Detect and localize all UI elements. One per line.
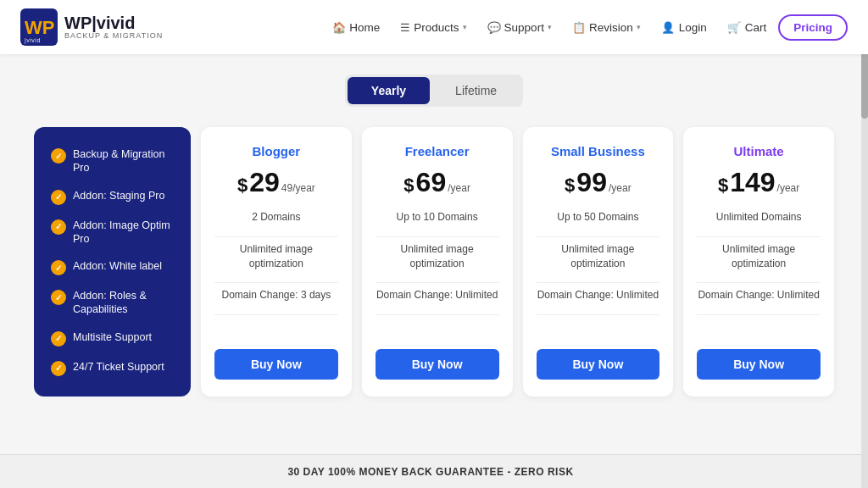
list-item: Addon: Image Optim Pro (51, 219, 174, 247)
plan-feature: Up to 10 Domains (397, 210, 478, 225)
list-item: Multisite Support (51, 330, 174, 347)
logo[interactable]: WP |vivid WP|vivid BACKUP & MIGRATION (20, 8, 163, 46)
plan-price-freelancer: $ 69 /year (403, 167, 470, 198)
logo-icon: WP |vivid (20, 8, 58, 46)
features-sidebar: Backup & Migration Pro Addon: Staging Pr… (34, 127, 191, 396)
divider (537, 314, 660, 315)
check-icon (51, 219, 66, 235)
price-period: 49/year (281, 182, 315, 194)
guarantee-text: 30 DAY 100% MONEY BACK GUARANTEE - ZERO … (287, 466, 573, 478)
divider (697, 314, 821, 315)
plan-price-small-business: $ 99 /year (565, 167, 632, 198)
price-amount: 69 (416, 167, 447, 198)
plan-price-blogger: $ 29 49/year (237, 167, 315, 198)
home-icon: 🏠 (332, 21, 346, 34)
scrollbar[interactable] (861, 0, 868, 488)
plan-feature: Unlimited image optimization (214, 242, 338, 271)
toggle-group: Yearly Lifetime (345, 75, 523, 107)
buy-now-blogger[interactable]: Buy Now (214, 349, 338, 380)
nav-support[interactable]: 💬 Support ▾ (479, 16, 560, 39)
plan-feature: Domain Change: 3 days (222, 288, 331, 302)
plan-name-small-business: Small Business (551, 144, 645, 158)
plan-name-blogger: Blogger (253, 144, 301, 158)
price-period: /year (777, 182, 800, 194)
pricing-button[interactable]: Pricing (778, 14, 848, 41)
divider (214, 314, 338, 315)
nav-products[interactable]: ☰ Products ▾ (392, 16, 475, 39)
buy-now-freelancer[interactable]: Buy Now (376, 349, 499, 380)
price-amount: 99 (576, 167, 607, 198)
nav-cart[interactable]: 🛒 Cart (719, 16, 776, 39)
price-dollar: $ (237, 175, 248, 197)
plan-feature: Up to 50 Domains (557, 210, 638, 225)
divider (376, 282, 499, 283)
chevron-down-icon: ▾ (637, 23, 641, 31)
buy-now-small-business[interactable]: Buy Now (537, 349, 660, 380)
lifetime-toggle[interactable]: Lifetime (431, 77, 520, 104)
user-icon: 👤 (661, 21, 675, 34)
check-icon (51, 260, 66, 275)
scrollbar-thumb[interactable] (861, 51, 868, 119)
plan-feature: 2 Domains (252, 210, 300, 225)
revision-icon: 📋 (572, 21, 586, 34)
list-item: Addon: Staging Pro (51, 189, 174, 205)
list-item: Addon: White label (51, 259, 174, 275)
divider (537, 282, 660, 283)
buy-now-ultimate[interactable]: Buy Now (697, 349, 821, 380)
chevron-down-icon: ▾ (463, 23, 467, 31)
navbar: WP |vivid WP|vivid BACKUP & MIGRATION 🏠 … (0, 0, 868, 54)
divider (697, 282, 821, 283)
plan-ultimate: Ultimate $ 149 /year Unlimited Domains U… (683, 127, 834, 396)
plan-freelancer: Freelancer $ 69 /year Up to 10 Domains U… (362, 127, 513, 396)
price-amount: 149 (730, 167, 775, 198)
chevron-down-icon: ▾ (548, 23, 552, 31)
support-icon: 💬 (487, 21, 501, 34)
plan-blogger: Blogger $ 29 49/year 2 Domains Unlimited… (201, 127, 352, 396)
price-dollar: $ (403, 175, 414, 197)
check-icon (51, 190, 66, 205)
plan-feature: Unlimited image optimization (376, 242, 499, 271)
list-item: Backup & Migration Pro (51, 147, 174, 175)
list-item: Addon: Roles & Capabilities (51, 289, 174, 317)
divider (214, 282, 338, 283)
plan-feature: Domain Change: Unlimited (376, 288, 498, 302)
price-dollar: $ (565, 175, 575, 197)
products-icon: ☰ (400, 21, 410, 34)
plan-feature: Unlimited image optimization (537, 242, 660, 271)
nav-login[interactable]: 👤 Login (653, 16, 715, 39)
check-icon (51, 148, 66, 164)
plan-price-ultimate: $ 149 /year (718, 167, 799, 198)
cart-icon: 🛒 (727, 21, 741, 34)
divider (376, 236, 499, 237)
plan-small-business: Small Business $ 99 /year Up to 50 Domai… (523, 127, 674, 396)
plan-feature: Unlimited image optimization (697, 242, 821, 271)
plan-name-freelancer: Freelancer (405, 144, 470, 158)
nav-revision[interactable]: 📋 Revision ▾ (564, 16, 649, 39)
logo-brand: WP|vivid (64, 14, 163, 32)
svg-text:|vivid: |vivid (25, 37, 41, 44)
price-amount: 29 (249, 167, 280, 198)
divider (697, 236, 821, 237)
guarantee-bar: 30 DAY 100% MONEY BACK GUARANTEE - ZERO … (0, 454, 861, 488)
price-period: /year (609, 182, 632, 194)
divider (537, 236, 660, 237)
svg-text:WP: WP (25, 17, 54, 38)
plan-name-ultimate: Ultimate (734, 144, 784, 158)
pricing-section: Backup & Migration Pro Addon: Staging Pr… (34, 127, 834, 396)
main-content: Yearly Lifetime Backup & Migration Pro A… (0, 54, 868, 396)
divider (376, 314, 499, 315)
check-icon (51, 361, 66, 376)
billing-toggle: Yearly Lifetime (34, 75, 834, 107)
check-icon (51, 331, 66, 347)
nav-links: 🏠 Home ☰ Products ▾ 💬 Support ▾ 📋 Revisi… (324, 14, 848, 41)
plans-grid: Blogger $ 29 49/year 2 Domains Unlimited… (191, 127, 834, 396)
price-dollar: $ (718, 175, 728, 197)
plan-feature: Domain Change: Unlimited (698, 288, 819, 302)
list-item: 24/7 Ticket Support (51, 360, 174, 376)
yearly-toggle[interactable]: Yearly (348, 77, 430, 104)
plan-feature: Domain Change: Unlimited (537, 288, 659, 302)
price-period: /year (448, 182, 470, 194)
check-icon (51, 290, 66, 305)
nav-home[interactable]: 🏠 Home (324, 16, 388, 39)
divider (214, 236, 338, 237)
